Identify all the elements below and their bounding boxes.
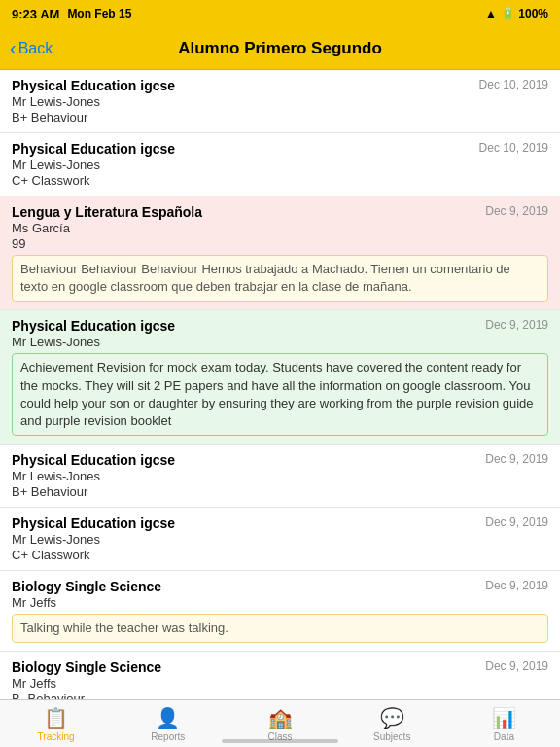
record-teacher: Mr Lewis-Jones (12, 469, 548, 483)
reports-tab-label: Reports (151, 731, 185, 742)
tracking-tab-label: Tracking (38, 731, 75, 742)
wifi-icon: ▲ (485, 7, 497, 20)
record-title: Physical Education igcse (12, 452, 175, 468)
data-tab-label: Data (494, 731, 514, 742)
battery-icon: 🔋 100% (501, 7, 548, 20)
record-sub: B- Behaviour (12, 692, 548, 699)
record-teacher: Ms García (12, 221, 548, 235)
record-title: Biology Single Science (12, 579, 161, 594)
list-item[interactable]: Physical Education igcse Dec 9, 2019 Mr … (0, 508, 560, 571)
record-header: Physical Education igcse Dec 9, 2019 (12, 318, 548, 334)
record-header: Lengua y Literatura Española Dec 9, 2019 (12, 204, 548, 220)
record-note: Achievement Revision for mock exam today… (12, 353, 548, 436)
subjects-tab-icon: 💬 (380, 706, 404, 729)
record-note: Talking while the teacher was talking. (12, 614, 548, 643)
tracking-tab-icon: 📋 (44, 706, 68, 729)
tab-data[interactable]: 📊 Data (448, 700, 560, 747)
record-title: Physical Education igcse (12, 318, 175, 334)
record-header: Biology Single Science Dec 9, 2019 (12, 579, 548, 594)
record-date: Dec 9, 2019 (485, 204, 548, 218)
record-header: Biology Single Science Dec 9, 2019 (12, 659, 548, 675)
home-indicator (222, 739, 338, 743)
data-tab-icon: 📊 (492, 706, 516, 729)
record-sub: 99 (12, 236, 548, 251)
record-title: Physical Education igcse (12, 141, 175, 157)
record-title: Physical Education igcse (12, 516, 175, 531)
back-button[interactable]: ‹ Back (10, 37, 52, 59)
record-sub: B+ Behaviour (12, 484, 548, 499)
status-icons: ▲ 🔋 100% (485, 7, 548, 20)
record-date: Dec 9, 2019 (485, 318, 548, 332)
record-teacher: Mr Jeffs (12, 676, 548, 691)
record-note: Behaviour Behaviour Behaviour Hemos trab… (12, 255, 548, 302)
list-item[interactable]: Physical Education igcse Dec 9, 2019 Mr … (0, 445, 560, 508)
list-item[interactable]: Physical Education igcse Dec 10, 2019 Mr… (0, 133, 560, 196)
record-teacher: Mr Jeffs (12, 595, 548, 610)
nav-bar: ‹ Back Alumno Primero Segundo (0, 27, 560, 70)
record-date: Dec 10, 2019 (479, 141, 548, 155)
tab-subjects[interactable]: 💬 Subjects (336, 700, 448, 747)
tab-tracking[interactable]: 📋 Tracking (0, 700, 112, 747)
record-date: Dec 9, 2019 (485, 516, 548, 529)
list-item[interactable]: Biology Single Science Dec 9, 2019 Mr Je… (0, 652, 560, 699)
list-item[interactable]: Lengua y Literatura Española Dec 9, 2019… (0, 196, 560, 310)
record-date: Dec 9, 2019 (485, 659, 548, 673)
record-title: Physical Education igcse (12, 78, 175, 93)
list-item[interactable]: Physical Education igcse Dec 9, 2019 Mr … (0, 310, 560, 445)
record-teacher: Mr Lewis-Jones (12, 532, 548, 547)
page-title: Alumno Primero Segundo (178, 39, 382, 58)
record-sub: B+ Behaviour (12, 110, 548, 124)
record-teacher: Mr Lewis-Jones (12, 94, 548, 109)
record-sub: C+ Classwork (12, 173, 548, 188)
record-header: Physical Education igcse Dec 10, 2019 (12, 78, 548, 93)
subjects-tab-label: Subjects (373, 731, 410, 742)
record-date: Dec 9, 2019 (485, 579, 548, 592)
record-title: Biology Single Science (12, 659, 161, 675)
record-sub: C+ Classwork (12, 548, 548, 562)
status-date: Mon Feb 15 (67, 7, 131, 20)
list-item[interactable]: Biology Single Science Dec 9, 2019 Mr Je… (0, 571, 560, 652)
record-title: Lengua y Literatura Española (12, 204, 202, 220)
status-bar: 9:23 AM Mon Feb 15 ▲ 🔋 100% (0, 0, 560, 27)
record-teacher: Mr Lewis-Jones (12, 158, 548, 172)
record-date: Dec 10, 2019 (479, 78, 548, 91)
tab-reports[interactable]: 👤 Reports (112, 700, 224, 747)
list-item[interactable]: Physical Education igcse Dec 10, 2019 Mr… (0, 70, 560, 133)
status-time: 9:23 AM (12, 7, 59, 21)
record-header: Physical Education igcse Dec 10, 2019 (12, 141, 548, 157)
record-header: Physical Education igcse Dec 9, 2019 (12, 516, 548, 531)
reports-tab-icon: 👤 (156, 706, 180, 729)
record-date: Dec 9, 2019 (485, 452, 548, 466)
records-list: Physical Education igcse Dec 10, 2019 Mr… (0, 70, 560, 699)
back-label: Back (18, 40, 53, 57)
back-chevron-icon: ‹ (10, 37, 17, 59)
record-header: Physical Education igcse Dec 9, 2019 (12, 452, 548, 468)
record-teacher: Mr Lewis-Jones (12, 335, 548, 349)
class-tab-icon: 🏫 (268, 706, 293, 729)
